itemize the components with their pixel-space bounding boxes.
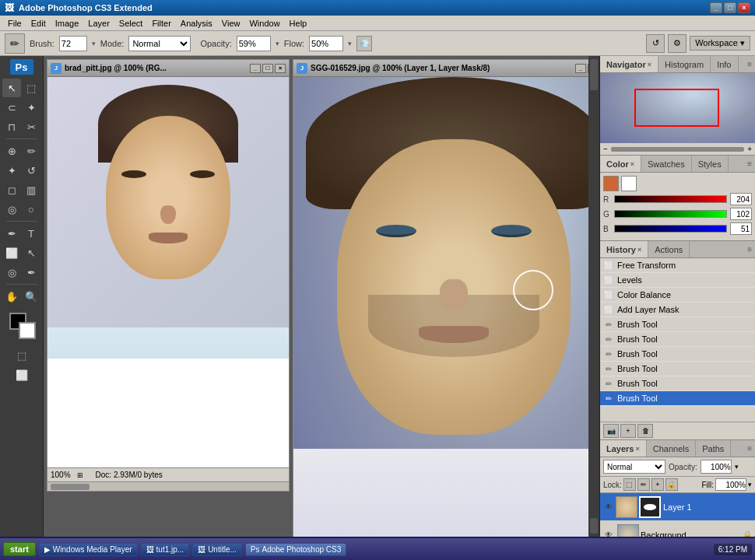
doc1-content[interactable]: [47, 77, 289, 421]
lock-move-btn[interactable]: +: [651, 478, 664, 491]
taskbar-untitled[interactable]: 🖼 Untitle...: [192, 543, 242, 556]
pen-tool[interactable]: ✒: [2, 224, 21, 243]
hand-tool[interactable]: ✋: [2, 287, 21, 306]
delete-state-btn[interactable]: 🗑: [637, 424, 653, 438]
nav-zoom-out[interactable]: −: [603, 145, 608, 153]
doc1-maximize[interactable]: □: [262, 64, 273, 73]
taskbar-tut[interactable]: 🖼 tut1.jp...: [141, 543, 190, 556]
eraser-tool[interactable]: ◻: [2, 180, 21, 199]
menu-file[interactable]: File: [3, 17, 26, 30]
lasso-tool[interactable]: ⊂: [2, 98, 21, 117]
quick-select-tool[interactable]: ✦: [22, 98, 40, 117]
menu-image[interactable]: Image: [51, 17, 84, 30]
history-item-brush-5[interactable]: ✏ Brush Tool: [600, 376, 755, 391]
brush-tool[interactable]: ✏: [22, 142, 40, 160]
doc1-minimize[interactable]: _: [250, 64, 261, 73]
history-item-brush-6[interactable]: ✏ Brush Tool: [600, 391, 755, 406]
gradient-tool[interactable]: ▥: [22, 180, 40, 199]
crop-tool[interactable]: ⊓: [2, 117, 21, 136]
history-item-add-layer-mask[interactable]: ⬜ Add Layer Mask: [600, 303, 755, 317]
tab-swatches[interactable]: Swatches: [641, 156, 692, 172]
background-color[interactable]: [19, 322, 36, 339]
lock-paint-btn[interactable]: ✏: [637, 478, 650, 491]
menu-select[interactable]: Select: [114, 17, 148, 30]
tab-layers[interactable]: Layers ×: [600, 440, 647, 457]
menu-edit[interactable]: Edit: [26, 17, 51, 30]
history-item-brush-2[interactable]: ✏ Brush Tool: [600, 332, 755, 347]
tab-color[interactable]: Color ×: [600, 156, 641, 172]
clone-stamp-tool[interactable]: ✦: [2, 161, 21, 180]
menu-help[interactable]: Help: [285, 17, 312, 30]
opacity-input[interactable]: [701, 460, 732, 474]
blur-tool[interactable]: ◎: [2, 200, 21, 219]
path-select-tool[interactable]: ↖: [22, 243, 40, 262]
blend-mode-select[interactable]: Normal: [603, 460, 665, 474]
close-button[interactable]: ×: [738, 2, 750, 13]
tab-paths[interactable]: Paths: [696, 440, 731, 457]
history-close[interactable]: ×: [637, 246, 641, 254]
shape-tool[interactable]: ⬜: [2, 243, 21, 262]
b-value[interactable]: [730, 222, 752, 235]
g-value[interactable]: [730, 208, 752, 220]
g-slider[interactable]: [614, 210, 727, 218]
navigator-collapse[interactable]: ≡: [744, 60, 755, 68]
nav-zoom-slider[interactable]: [611, 147, 744, 152]
navigator-close[interactable]: ×: [648, 61, 651, 68]
tab-styles[interactable]: Styles: [692, 156, 729, 172]
navigator-box[interactable]: [634, 89, 719, 128]
r-value[interactable]: [730, 193, 752, 205]
text-tool[interactable]: T: [22, 224, 40, 243]
nav-zoom-in[interactable]: +: [747, 145, 752, 153]
menu-analysis[interactable]: Analysis: [176, 17, 217, 30]
tab-histogram[interactable]: Histogram: [658, 56, 711, 72]
tab-channels[interactable]: Channels: [647, 440, 696, 457]
notes-tool[interactable]: ◎: [2, 263, 21, 282]
history-item-free-transform[interactable]: ⬜ Free Transform: [600, 258, 755, 273]
healing-tool[interactable]: ⊕: [2, 142, 21, 160]
brush-size-arrow[interactable]: ▾: [92, 40, 96, 47]
fill-arrow[interactable]: ▾: [748, 481, 752, 488]
bg-swatch-display[interactable]: [621, 176, 637, 191]
layer-item-layer1[interactable]: 👁 Layer 1: [600, 493, 755, 521]
color-swatch-display[interactable]: [603, 176, 619, 191]
opacity-input[interactable]: [237, 36, 271, 51]
color-picker-area[interactable]: [8, 311, 36, 339]
menu-filter[interactable]: Filter: [147, 17, 175, 30]
taskbar-mediaplayer[interactable]: ▶ Windows Media Player: [39, 543, 138, 556]
menu-layer[interactable]: Layer: [83, 17, 114, 30]
history-item-brush-1[interactable]: ✏ Brush Tool: [600, 317, 755, 332]
eyedropper-tool[interactable]: ✒: [22, 263, 40, 282]
tab-actions[interactable]: Actions: [648, 241, 690, 257]
selection-tool[interactable]: ⬚: [22, 79, 40, 97]
tab-info[interactable]: Info: [711, 56, 738, 72]
right-scroll[interactable]: [590, 59, 598, 90]
opacity-arrow[interactable]: ▾: [276, 40, 279, 47]
brush-tool-icon[interactable]: ✏: [5, 33, 25, 54]
screen-mode-btn[interactable]: ⬜: [12, 366, 31, 384]
opacity-arrow[interactable]: ▾: [735, 463, 739, 471]
doc2-content[interactable]: [293, 77, 588, 537]
taskbar-photoshop[interactable]: Ps Adobe Photoshop CS3: [245, 543, 346, 556]
history-collapse[interactable]: ≡: [744, 245, 755, 254]
layer1-visibility[interactable]: 👁: [603, 502, 614, 513]
minimize-button[interactable]: _: [710, 2, 722, 13]
new-doc-btn[interactable]: +: [620, 424, 636, 438]
doc2-minimize[interactable]: _: [575, 64, 586, 73]
brush-size-input[interactable]: [59, 36, 87, 51]
layers-collapse[interactable]: ≡: [744, 444, 755, 453]
r-slider[interactable]: [614, 195, 727, 203]
mode-select[interactable]: Normal: [128, 36, 191, 51]
dodge-tool[interactable]: ○: [22, 200, 40, 219]
move-tool[interactable]: ↖: [2, 79, 21, 97]
b-slider[interactable]: [614, 225, 727, 233]
lock-all-btn[interactable]: 🔒: [665, 478, 678, 491]
doc1-close[interactable]: ×: [275, 64, 286, 73]
extra-btn[interactable]: ⚙: [668, 34, 687, 53]
airbrush-toggle[interactable]: 💨: [356, 36, 372, 51]
new-snapshot-btn[interactable]: 📷: [603, 424, 619, 438]
quick-mask-tool[interactable]: ⬚: [12, 346, 31, 365]
history-item-brush-3[interactable]: ✏ Brush Tool: [600, 347, 755, 362]
doc1-zoom-icon[interactable]: ⊞: [77, 471, 83, 479]
maximize-button[interactable]: □: [724, 2, 736, 13]
tab-history[interactable]: History ×: [600, 241, 648, 257]
